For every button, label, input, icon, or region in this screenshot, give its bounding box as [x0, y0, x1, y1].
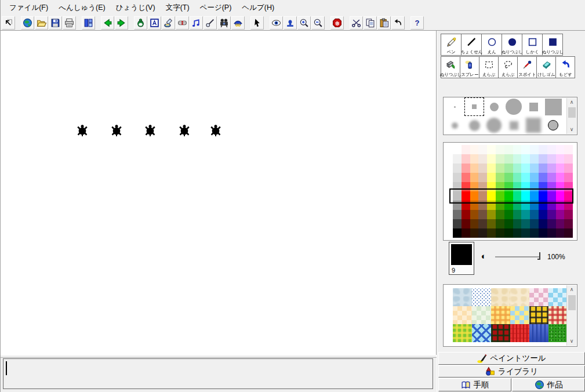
brush-size-circle-28[interactable]	[504, 97, 524, 116]
palette-cell[interactable]	[556, 228, 565, 238]
palette-cell[interactable]	[504, 182, 513, 191]
menu-ページ[interactable]: ページ(P)	[195, 1, 237, 15]
palette-cell[interactable]	[547, 173, 556, 182]
palette-cell[interactable]	[530, 219, 539, 228]
palette-cell[interactable]	[556, 145, 565, 154]
menu-ファイル[interactable]: ファイル(F)	[4, 1, 53, 15]
palette-cell[interactable]	[453, 154, 462, 164]
brush-size-scrollbar[interactable]: ∧ ∨	[566, 98, 576, 134]
toolbar-save-button[interactable]	[49, 16, 62, 30]
toolbar-cap-button[interactable]	[231, 16, 245, 30]
palette-cell[interactable]	[453, 201, 462, 210]
texture-plaid-yellow-red[interactable]	[548, 306, 568, 324]
toolbar-help-button[interactable]: ?	[410, 16, 424, 30]
paint-tool-circle-outline[interactable]: えん	[481, 34, 502, 56]
brush-size-dot-3[interactable]	[445, 97, 464, 116]
palette-cell[interactable]	[564, 164, 573, 173]
tab-library[interactable]: ライブラリ	[438, 365, 585, 378]
palette-cell[interactable]	[487, 210, 496, 219]
toolbar-tiles-button[interactable]	[82, 16, 95, 30]
palette-cell[interactable]	[478, 173, 487, 182]
palette-cell[interactable]	[453, 173, 462, 182]
palette-cell[interactable]	[462, 191, 470, 201]
palette-cell[interactable]	[513, 164, 522, 173]
toolbar-text-button[interactable]	[148, 16, 161, 30]
texture-check-cream[interactable]	[453, 306, 472, 324]
texture-check-pale-green[interactable]	[472, 306, 491, 324]
palette-cell[interactable]	[496, 164, 504, 173]
palette-cell[interactable]	[530, 145, 539, 154]
tab-paint-tools[interactable]: ペイントツール	[438, 352, 585, 365]
turtle-sprite[interactable]	[144, 124, 157, 137]
brush-size-square-15[interactable]	[524, 97, 543, 116]
palette-cell[interactable]	[539, 145, 547, 154]
texture-plaid-green-yellow[interactable]	[453, 324, 472, 342]
palette-cell[interactable]	[453, 164, 462, 173]
palette-cell[interactable]	[513, 173, 522, 182]
palette-cell[interactable]	[487, 145, 496, 154]
turtle-sprite[interactable]	[209, 124, 222, 137]
palette-cell[interactable]	[530, 210, 539, 219]
palette-cell[interactable]	[564, 173, 573, 182]
palette-cell[interactable]	[539, 164, 547, 173]
paint-tool-eraser[interactable]: けしゴム	[536, 56, 556, 78]
palette-cell[interactable]	[470, 219, 479, 228]
palette-cell[interactable]	[539, 154, 547, 164]
palette-cell[interactable]	[496, 173, 504, 182]
toolbar-capsule-button[interactable]	[176, 16, 189, 30]
palette-cell[interactable]	[564, 210, 573, 219]
palette-cell[interactable]	[547, 219, 556, 228]
paint-tool-square-fill[interactable]: ぬりつぶし	[542, 34, 563, 56]
palette-cell[interactable]	[453, 219, 462, 228]
palette-cell[interactable]	[487, 191, 496, 201]
palette-cell[interactable]	[564, 154, 573, 164]
palette-cell[interactable]	[547, 145, 556, 154]
palette-cell[interactable]	[521, 154, 530, 164]
palette-cell[interactable]	[478, 228, 487, 238]
palette-cell[interactable]	[513, 219, 522, 228]
palette-cell[interactable]	[513, 182, 522, 191]
palette-cell[interactable]	[496, 219, 504, 228]
palette-cell[interactable]	[478, 219, 487, 228]
palette-cell[interactable]	[462, 154, 470, 164]
palette-cell[interactable]	[462, 145, 470, 154]
palette-cell[interactable]	[539, 201, 547, 210]
texture-scrollbar[interactable]: ∧ ∨	[566, 285, 576, 346]
palette-cell[interactable]	[521, 191, 530, 201]
palette-cell[interactable]	[462, 201, 470, 210]
palette-cell[interactable]	[513, 145, 522, 154]
palette-cell[interactable]	[539, 219, 547, 228]
palette-cell[interactable]	[470, 210, 479, 219]
palette-cell[interactable]	[504, 201, 513, 210]
palette-cell[interactable]	[496, 210, 504, 219]
texture-paper-cream[interactable]	[491, 288, 510, 306]
palette-cell[interactable]	[478, 201, 487, 210]
palette-cell[interactable]	[556, 219, 565, 228]
palette-cell[interactable]	[530, 201, 539, 210]
palette-cell[interactable]	[478, 164, 487, 173]
palette-cell[interactable]	[462, 164, 470, 173]
palette-cell[interactable]	[504, 210, 513, 219]
palette-cell[interactable]	[504, 219, 513, 228]
palette-cell[interactable]	[462, 182, 470, 191]
palette-cell[interactable]	[530, 228, 539, 238]
toolbar-turtle-button[interactable]	[134, 16, 147, 30]
toolbar-zoom-in-button[interactable]	[297, 16, 311, 30]
palette-cell[interactable]	[496, 145, 504, 154]
texture-diamond-cyan-blue[interactable]	[472, 324, 491, 342]
toolbar-paste-button[interactable]	[377, 16, 391, 30]
palette-cell[interactable]	[504, 164, 513, 173]
toolbar-eye-button[interactable]	[270, 16, 283, 30]
palette-cell[interactable]	[539, 173, 547, 182]
palette-cell[interactable]	[496, 201, 504, 210]
toolbar-microphone-button[interactable]	[204, 16, 217, 30]
palette-cell[interactable]	[547, 228, 556, 238]
brush-size-soft-square-26[interactable]	[524, 116, 543, 135]
toolbar-cursor-button[interactable]	[250, 16, 264, 30]
palette-cell[interactable]	[504, 228, 513, 238]
palette-cell[interactable]	[547, 164, 556, 173]
toolbar-arrow-left-button[interactable]	[101, 16, 114, 30]
toolbar-movie-camera-button[interactable]	[217, 16, 231, 30]
palette-cell[interactable]	[487, 154, 496, 164]
command-input[interactable]	[3, 358, 433, 389]
